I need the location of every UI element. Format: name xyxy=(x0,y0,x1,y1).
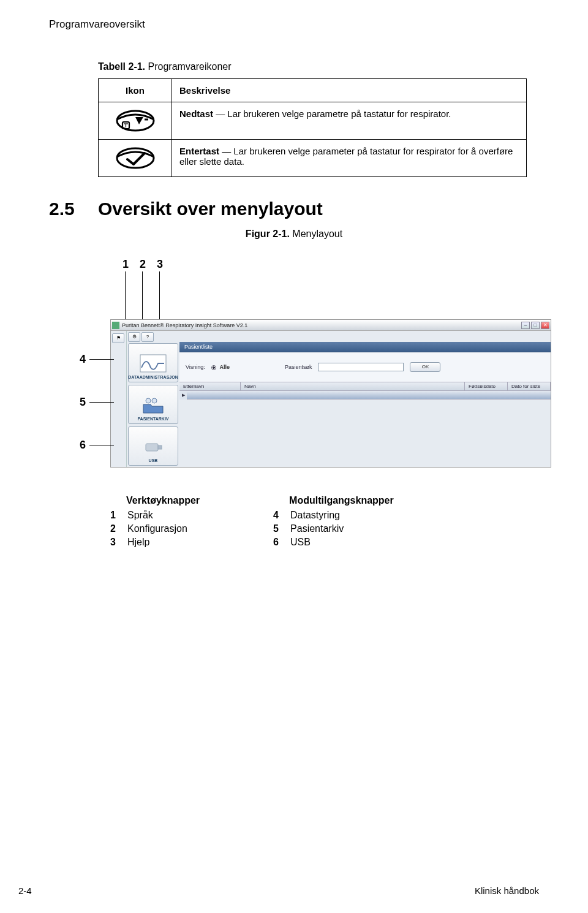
app-icon xyxy=(112,322,119,329)
usb-icon xyxy=(140,436,167,457)
legend: Verktøyknapper 1Språk 2Konfigurasjon 3Hj… xyxy=(110,495,539,550)
legend-l3: Hjelp xyxy=(127,537,149,548)
legend-left-head: Verktøyknapper xyxy=(126,495,200,506)
gh-dato-siste[interactable]: Dato for siste xyxy=(508,382,551,390)
footer-book: Klinisk håndbok xyxy=(475,885,539,896)
svg-point-8 xyxy=(152,398,157,403)
callout-2: 2 xyxy=(140,258,146,271)
enter-key-icon xyxy=(99,140,172,177)
th-desc: Beskrivelse xyxy=(172,79,527,102)
row2-bold: Entertast xyxy=(179,146,219,156)
row1-desc: Nedtast — Lar brukeren velge parametre p… xyxy=(172,102,527,140)
footer: 2-4 Klinisk håndbok xyxy=(0,885,588,896)
table-caption-rest: Programvareikoner xyxy=(145,61,232,72)
gh-navn[interactable]: Navn xyxy=(241,382,465,390)
pasientsok-input[interactable] xyxy=(318,363,404,371)
callout-hline-4 xyxy=(89,359,114,360)
main-panel: Pasientliste Visning: Alle Pasientsøk xyxy=(179,342,551,467)
callout-line-3 xyxy=(159,271,160,319)
callout-line-1 xyxy=(125,271,126,319)
table-caption: Tabell 2-1. Programvareikoner xyxy=(98,61,539,72)
callout-4: 4 xyxy=(80,353,114,366)
row2-desc: Entertast — Lar brukeren velge parameter… xyxy=(172,140,527,177)
callouts-top: 1 2 3 xyxy=(123,258,551,319)
app-window: Puritan Bennett® Respiratory Insight Sof… xyxy=(110,319,551,468)
callout-6: 6 xyxy=(80,439,114,452)
fig-caption-bold: Figur 2-1. xyxy=(246,229,290,239)
toolbar-config-button[interactable]: ⚙ xyxy=(128,332,140,342)
section-title: Oversikt over menylayout xyxy=(98,199,323,219)
figure-wrap: 1 2 3 4 5 6 Puritan Bennett® Respiratory… xyxy=(98,258,551,468)
sidebar-usb-label: USB xyxy=(149,458,158,463)
panel-tab-pasientliste[interactable]: Pasientliste xyxy=(179,342,551,352)
visning-label: Visning: xyxy=(186,364,205,370)
close-button[interactable]: ✕ xyxy=(541,322,549,329)
callout-5: 5 xyxy=(80,396,114,409)
grid-header: Etternavn Navn Fødselsdato Dato for sist… xyxy=(179,382,551,391)
radio-alle[interactable] xyxy=(211,365,216,370)
legend-l1: Språk xyxy=(127,510,153,521)
callout-4-num: 4 xyxy=(80,353,86,366)
toolbar-language-button[interactable]: ⚑ xyxy=(112,333,124,343)
sidebar: DATAADMINISTRASJON xyxy=(127,342,179,467)
callout-1: 1 xyxy=(123,258,129,271)
filter-row: Visning: Alle Pasientsøk OK xyxy=(179,352,551,382)
section-header: Programvareoversikt xyxy=(49,18,539,31)
callout-hline-6 xyxy=(89,445,114,445)
legend-r5: Pasientarkiv xyxy=(290,523,344,534)
alle-label: Alle xyxy=(219,364,230,370)
row-indicator-icon: ▶ xyxy=(179,392,187,400)
minimize-button[interactable]: – xyxy=(521,322,530,329)
legend-left: Verktøyknapper 1Språk 2Konfigurasjon 3Hj… xyxy=(110,495,200,550)
window-buttons: – □ ✕ xyxy=(521,322,549,329)
legend-n3: 3 xyxy=(110,537,119,548)
sidebar-pasientarkiv-label: PASIENTARKIV xyxy=(137,417,168,421)
legend-n6: 6 xyxy=(273,537,282,548)
icon-table: Ikon Beskrivelse Nedtast — Lar brukeren … xyxy=(98,78,527,177)
callout-line-2 xyxy=(142,271,143,319)
sidebar-data-admin-label: DATAADMINISTRASJON xyxy=(128,375,178,379)
toolbar-help-button[interactable]: ? xyxy=(141,332,154,342)
sidebar-data-admin[interactable]: DATAADMINISTRASJON xyxy=(128,343,178,382)
th-icon: Ikon xyxy=(99,79,172,102)
svg-rect-10 xyxy=(158,445,162,449)
fig-caption-rest: Menylayout xyxy=(290,229,342,239)
callout-3: 3 xyxy=(157,258,163,271)
legend-n4: 4 xyxy=(273,510,282,521)
callout-6-num: 6 xyxy=(80,439,86,452)
legend-r4: Datastyring xyxy=(290,510,340,521)
section-num: 2.5 xyxy=(49,199,98,219)
waveform-icon xyxy=(140,353,167,374)
table-caption-bold: Tabell 2-1. xyxy=(98,61,145,72)
pasientsok-label: Pasientsøk xyxy=(285,364,312,370)
callout-5-num: 5 xyxy=(80,396,86,409)
app-body: ⚑ ⚙ ? DATAADMINIS xyxy=(111,331,551,467)
row1-rest: — Lar brukeren velge parametre på tastat… xyxy=(213,108,451,119)
gh-fodselsdato[interactable]: Fødselsdato xyxy=(465,382,508,390)
sidebar-pasientarkiv[interactable]: PASIENTARKIV xyxy=(128,385,178,424)
figure-caption: Figur 2-1. Menylayout xyxy=(49,229,539,240)
titlebar: Puritan Bennett® Respiratory Insight Sof… xyxy=(111,320,551,331)
legend-n1: 1 xyxy=(110,510,119,521)
legend-right: Modultilgangsknapper 4Datastyring 5Pasie… xyxy=(273,495,394,550)
folder-people-icon xyxy=(140,395,167,415)
section-2-5-heading: 2.5Oversikt over menylayout xyxy=(49,199,539,219)
legend-l2: Konfigurasjon xyxy=(127,523,187,534)
row2-rest: — Lar brukeren velge parameter på tastat… xyxy=(179,146,513,167)
svg-rect-9 xyxy=(146,444,158,451)
legend-r6: USB xyxy=(290,537,311,548)
gh-etternavn[interactable]: Etternavn xyxy=(179,382,241,390)
row1-bold: Nedtast xyxy=(179,108,213,119)
legend-right-head: Modultilgangsknapper xyxy=(289,495,394,506)
grid-row-selected[interactable]: ▶ xyxy=(179,391,551,400)
svg-point-7 xyxy=(146,398,151,403)
titlebar-text: Puritan Bennett® Respiratory Insight Sof… xyxy=(122,322,521,328)
ok-button[interactable]: OK xyxy=(410,362,440,372)
callout-hline-5 xyxy=(89,402,114,403)
maximize-button[interactable]: □ xyxy=(531,322,540,329)
sidebar-usb[interactable]: USB xyxy=(128,426,178,466)
down-key-icon xyxy=(99,102,172,140)
legend-n5: 5 xyxy=(273,523,282,534)
footer-page: 2-4 xyxy=(18,885,32,896)
legend-n2: 2 xyxy=(110,523,119,534)
